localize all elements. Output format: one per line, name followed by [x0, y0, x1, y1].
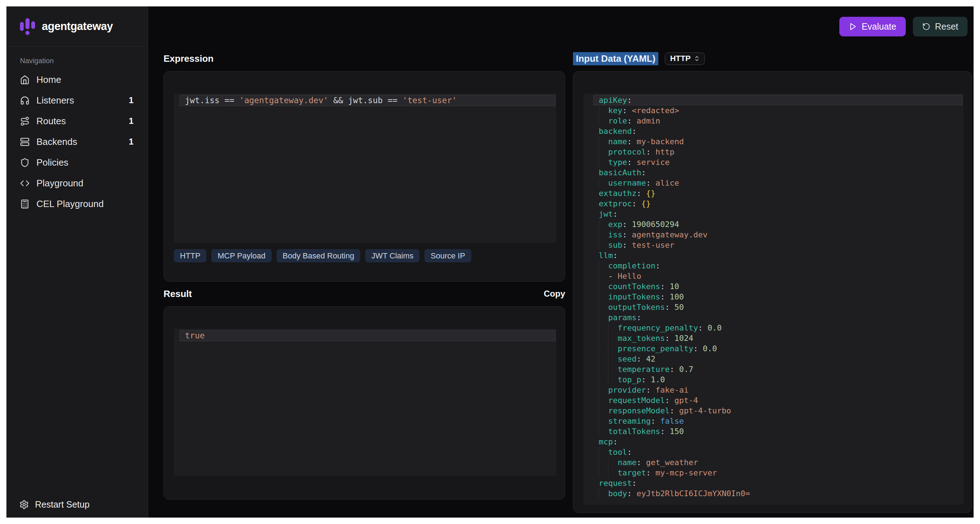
- tag-http[interactable]: HTTP: [174, 249, 206, 262]
- indent-guide: [608, 333, 617, 343]
- copy-button[interactable]: Copy: [544, 289, 565, 299]
- left-column: Expression jwt.iss == 'agentgateway.dev'…: [164, 46, 565, 518]
- indent-guide: [599, 157, 608, 167]
- chevrons-up-down-icon: [694, 55, 700, 62]
- yaml-line: inputTokens: 100: [593, 292, 963, 302]
- gear-icon: [19, 500, 29, 510]
- yaml-line: username: alice: [593, 178, 963, 188]
- tag-body-based-routing[interactable]: Body Based Routing: [277, 249, 361, 262]
- yaml-line: extproc: {}: [593, 198, 963, 209]
- indent-guide: [599, 292, 608, 302]
- indent-guide: [599, 489, 608, 498]
- indent-guide: [599, 364, 608, 374]
- indent-guide: [599, 271, 608, 281]
- yaml-line: mcp:: [593, 437, 963, 447]
- rotate-ccw-icon: [922, 22, 931, 31]
- home-icon: [20, 75, 30, 84]
- indent-guide: [599, 147, 608, 157]
- sidebar-item-home[interactable]: Home: [6, 69, 148, 90]
- sidebar-item-label: Routes: [37, 116, 66, 127]
- indent-guide: [599, 137, 608, 146]
- sidebar-item-backends[interactable]: Backends1: [6, 131, 148, 152]
- result-panel: true: [164, 306, 565, 500]
- yaml-editor[interactable]: apiKey:key: <redacted>role: adminbackend…: [583, 94, 963, 505]
- main-area: Evaluate Reset Expression jwt.iss == 'ag…: [148, 6, 974, 518]
- reset-button[interactable]: Reset: [913, 17, 967, 37]
- yaml-line: frequency_penalty: 0.0: [593, 323, 963, 333]
- indent-guide: [599, 395, 608, 405]
- input-type-select[interactable]: HTTP: [665, 52, 705, 65]
- indent-guide: [608, 375, 617, 384]
- indent-guide: [599, 313, 608, 322]
- restart-setup-button[interactable]: Restart Setup: [6, 491, 148, 518]
- indent-guide: [599, 447, 608, 457]
- indent-guide: [599, 219, 608, 229]
- brand-header[interactable]: agentgateway: [6, 6, 148, 47]
- result-header: Result Copy: [164, 287, 565, 301]
- indent-guide: [599, 468, 608, 478]
- example-tags: HTTPMCP PayloadBody Based RoutingJWT Cla…: [174, 249, 556, 262]
- indent-guide: [599, 375, 608, 384]
- result-value-line: true: [180, 330, 555, 341]
- tag-source-ip[interactable]: Source IP: [425, 249, 471, 262]
- indent-guide: [599, 282, 608, 291]
- yaml-line: extauthz: {}: [593, 188, 963, 198]
- yaml-line: target: my-mcp-server: [593, 468, 963, 478]
- sidebar-item-label: Home: [37, 74, 61, 85]
- expression-editor[interactable]: jwt.iss == 'agentgateway.dev' && jwt.sub…: [174, 94, 556, 243]
- content: Expression jwt.iss == 'agentgateway.dev'…: [148, 46, 974, 518]
- indent-guide: [599, 416, 608, 426]
- code-icon: [20, 178, 30, 188]
- expression-header: Expression: [164, 51, 565, 66]
- evaluate-button[interactable]: Evaluate: [839, 17, 905, 37]
- indent-guide: [599, 385, 608, 395]
- expression-title: Expression: [164, 53, 213, 64]
- indent-guide: [599, 106, 608, 115]
- sidebar-item-listeners[interactable]: Listeners1: [6, 90, 148, 111]
- yaml-line: requestModel: gpt-4: [593, 395, 963, 405]
- input-data-title: Input Data (YAML): [573, 52, 658, 65]
- result-title: Result: [164, 288, 192, 300]
- yaml-line: max_tokens: 1024: [593, 333, 963, 343]
- yaml-line: name: get_weather: [593, 457, 963, 468]
- expression-code-line[interactable]: jwt.iss == 'agentgateway.dev' && jwt.sub…: [180, 95, 555, 106]
- yaml-line: streaming: false: [593, 416, 963, 426]
- yaml-line: type: service: [593, 157, 963, 167]
- play-icon: [849, 22, 857, 31]
- yaml-line: key: <redacted>: [593, 105, 963, 116]
- right-column: Input Data (YAML) HTTP apiKey:key: <reda…: [573, 46, 972, 518]
- yaml-line: seed: 42: [593, 354, 963, 364]
- sidebar-item-label: Listeners: [37, 95, 74, 106]
- tag-mcp-payload[interactable]: MCP Payload: [212, 249, 271, 262]
- yaml-line: temperature: 0.7: [593, 364, 963, 375]
- yaml-line: completion:: [593, 260, 963, 271]
- indent-guide: [599, 344, 608, 353]
- sidebar-item-playground[interactable]: Playground: [6, 173, 148, 194]
- yaml-line: apiKey:: [593, 95, 963, 105]
- yaml-line: params:: [593, 312, 963, 323]
- sidebar-item-policies[interactable]: Policies: [6, 152, 148, 173]
- yaml-line: tool:: [593, 447, 963, 457]
- yaml-line: presence_penalty: 0.0: [593, 343, 963, 354]
- indent-guide: [599, 261, 608, 271]
- tag-jwt-claims[interactable]: JWT Claims: [365, 249, 420, 262]
- result-viewer[interactable]: true: [174, 329, 556, 476]
- indent-guide: [599, 240, 608, 250]
- route-icon: [20, 116, 30, 126]
- yaml-line: backend:: [593, 126, 963, 137]
- indent-guide: [608, 323, 617, 333]
- agentgateway-logo-icon: [19, 17, 36, 35]
- input-data-header: Input Data (YAML) HTTP: [573, 51, 972, 66]
- shield-icon: [20, 158, 30, 167]
- indent-guide: [599, 427, 608, 436]
- input-data-panel: apiKey:key: <redacted>role: adminbackend…: [573, 71, 972, 513]
- brand-name: agentgateway: [42, 20, 113, 33]
- app-window: agentgateway Navigation HomeListeners1Ro…: [6, 6, 974, 518]
- indent-guide: [608, 344, 617, 353]
- sidebar-item-cel-playground[interactable]: CEL Playground: [6, 194, 148, 214]
- indent-guide: [599, 457, 608, 467]
- expression-panel: jwt.iss == 'agentgateway.dev' && jwt.sub…: [164, 71, 565, 282]
- yaml-line: totalTokens: 150: [593, 426, 963, 437]
- input-type-selected-value: HTTP: [670, 54, 690, 63]
- sidebar-item-routes[interactable]: Routes1: [6, 111, 148, 131]
